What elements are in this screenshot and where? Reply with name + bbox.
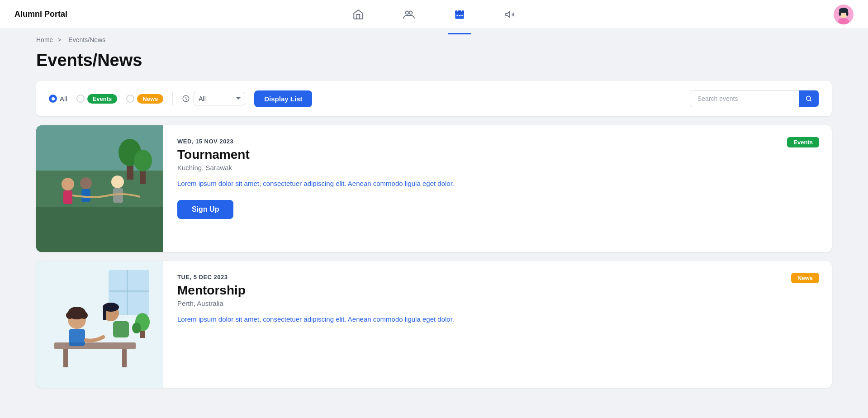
main-nav (346, 5, 522, 24)
nav-item-announcements[interactable] (498, 5, 522, 24)
svg-rect-7 (459, 15, 460, 16)
page-title: Events/News (0, 51, 868, 81)
svg-point-27 (80, 177, 92, 189)
filter-bar: All Events News All This Week This Mo (36, 81, 832, 116)
radio-all-label: All (60, 95, 67, 103)
event-location-tournament: Kuching, Sarawak (177, 164, 817, 171)
event-card-mentorship: News TUE, 5 DEC 2023 Mentorship Perth, A… (36, 261, 832, 388)
svg-point-13 (846, 11, 849, 16)
radio-events[interactable]: Events (76, 94, 118, 104)
breadcrumb-home[interactable]: Home (36, 36, 53, 43)
svg-point-12 (839, 11, 841, 16)
radio-news-badge: News (137, 94, 163, 104)
event-description-mentorship: Lorem ipsum dolor sit amet, consectetuer… (177, 314, 817, 325)
event-location-mentorship: Perth, Australia (177, 299, 817, 307)
nav-item-alumni[interactable] (397, 5, 421, 24)
mentorship-image-svg (36, 261, 163, 388)
svg-rect-45 (69, 329, 85, 346)
events-badge-tournament: Events (787, 137, 819, 147)
svg-point-9 (838, 18, 849, 24)
search-input[interactable] (690, 90, 799, 107)
alumni-icon (403, 8, 415, 21)
svg-point-25 (62, 178, 74, 190)
radio-all-circle (49, 95, 57, 103)
svg-rect-8 (461, 15, 463, 16)
filter-divider (172, 92, 173, 105)
svg-rect-6 (456, 15, 458, 16)
radio-events-badge: Events (87, 94, 118, 104)
breadcrumb: Home > Events/News (0, 29, 868, 51)
nav-item-home[interactable] (346, 5, 370, 24)
event-type-badge-mentorship: News (791, 274, 819, 282)
radio-news[interactable]: News (126, 94, 163, 104)
avatar[interactable] (834, 5, 854, 24)
svg-rect-14 (839, 9, 848, 12)
svg-point-1 (409, 11, 412, 14)
radio-all[interactable]: All (49, 95, 67, 103)
svg-point-44 (81, 312, 88, 319)
news-badge-mentorship: News (791, 273, 819, 283)
svg-rect-26 (63, 190, 72, 204)
svg-rect-28 (81, 189, 90, 202)
svg-point-43 (66, 312, 73, 319)
megaphone-icon (504, 8, 517, 21)
event-card-tournament: Events WED, 15 NOV 2023 Tournament Kuchi… (36, 125, 832, 252)
svg-point-16 (806, 96, 811, 100)
event-image-tournament (36, 125, 163, 252)
breadcrumb-separator: > (57, 36, 61, 43)
svg-rect-20 (36, 207, 163, 252)
svg-rect-33 (127, 270, 128, 315)
event-image-mentorship (36, 261, 163, 388)
event-date-mentorship: TUE, 5 DEC 2023 (177, 274, 817, 280)
signup-button-tournament[interactable]: Sign Up (177, 200, 233, 219)
nav-item-events[interactable] (448, 5, 471, 24)
search-wrapper (690, 90, 819, 107)
event-body-mentorship: News TUE, 5 DEC 2023 Mentorship Perth, A… (163, 261, 832, 388)
svg-point-37 (132, 323, 141, 333)
breadcrumb-current: Events/News (68, 36, 105, 43)
svg-point-0 (405, 11, 408, 14)
tournament-image-svg (36, 125, 163, 252)
radio-news-circle (126, 95, 134, 103)
svg-rect-3 (455, 10, 464, 13)
svg-point-24 (134, 150, 152, 171)
event-type-badge-tournament: Events (787, 138, 819, 146)
svg-rect-49 (113, 321, 129, 337)
app-title: Alumni Portal (14, 10, 67, 19)
search-button[interactable] (799, 90, 819, 107)
time-filter: All This Week This Month This Year (182, 92, 245, 105)
clock-icon (182, 95, 190, 103)
svg-rect-48 (103, 307, 106, 320)
svg-line-17 (810, 100, 811, 101)
svg-rect-30 (113, 188, 123, 203)
event-date-tournament: WED, 15 NOV 2023 (177, 138, 817, 145)
event-title-tournament: Tournament (177, 147, 817, 162)
event-description-tournament: Lorem ipsum dolor sit amet, consectetuer… (177, 179, 817, 189)
time-select[interactable]: All This Week This Month This Year (194, 92, 245, 105)
header: Alumni Portal (0, 0, 868, 29)
home-icon (352, 8, 365, 21)
calendar-icon (453, 8, 466, 21)
main-content: All Events News All This Week This Mo (0, 81, 868, 415)
avatar-image (834, 5, 854, 24)
svg-rect-5 (461, 10, 462, 11)
svg-rect-39 (63, 349, 68, 367)
svg-rect-4 (457, 10, 458, 11)
radio-events-circle (76, 95, 85, 103)
svg-rect-38 (54, 342, 136, 349)
svg-rect-34 (109, 290, 149, 292)
search-icon (805, 95, 812, 102)
event-title-mentorship: Mentorship (177, 283, 817, 298)
svg-point-29 (111, 176, 124, 188)
display-list-button[interactable]: Display List (254, 90, 312, 107)
event-body-tournament: Events WED, 15 NOV 2023 Tournament Kuchi… (163, 125, 832, 252)
svg-rect-40 (122, 349, 127, 367)
